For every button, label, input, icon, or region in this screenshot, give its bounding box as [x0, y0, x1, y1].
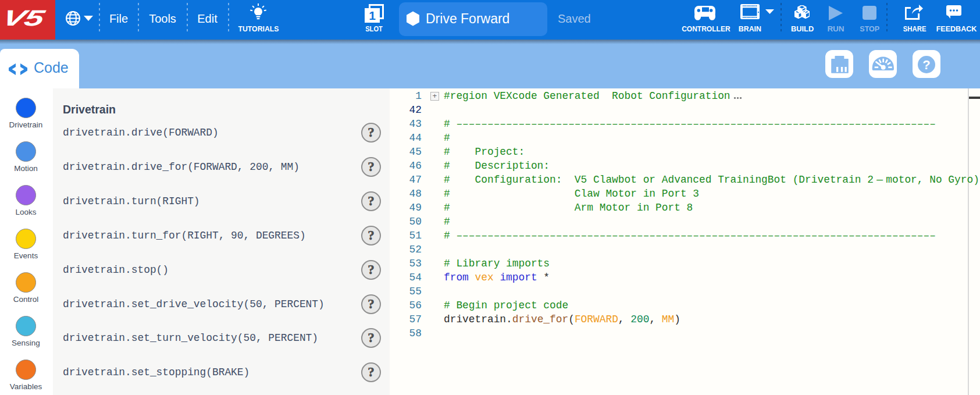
svg-text:1: 1	[369, 9, 376, 22]
svg-text:?: ?	[922, 58, 930, 72]
